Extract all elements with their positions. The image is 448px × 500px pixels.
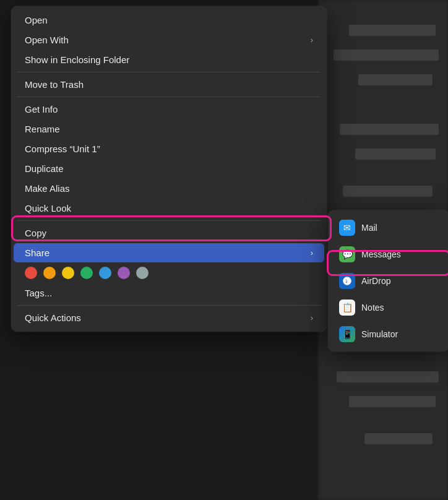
submenu-item-messages[interactable]: 💬 Messages bbox=[330, 241, 446, 267]
tag-orange[interactable] bbox=[43, 267, 56, 279]
tag-red[interactable] bbox=[25, 267, 37, 279]
context-menu: Open Open With › Show in Enclosing Folde… bbox=[11, 6, 327, 332]
simulator-icon: 📱 bbox=[339, 326, 355, 342]
mail-icon: ✉ bbox=[339, 220, 355, 236]
separator-1 bbox=[17, 72, 321, 72]
submenu-item-notes[interactable]: 📋 Notes bbox=[330, 295, 446, 321]
tag-yellow[interactable] bbox=[62, 267, 74, 279]
menu-item-quick-actions[interactable]: Quick Actions › bbox=[14, 308, 324, 327]
tag-green[interactable] bbox=[80, 267, 93, 279]
submenu-item-airdrop[interactable]: AirDrop bbox=[330, 268, 446, 294]
submenu-item-mail[interactable]: ✉ Mail bbox=[330, 215, 446, 241]
menu-item-move-trash[interactable]: Move to Trash bbox=[14, 75, 324, 94]
menu-item-copy[interactable]: Copy bbox=[14, 223, 324, 243]
submenu-item-simulator[interactable]: 📱 Simulator bbox=[330, 321, 446, 347]
share-chevron-icon: › bbox=[311, 248, 313, 257]
menu-item-open[interactable]: Open bbox=[14, 11, 324, 30]
menu-item-make-alias[interactable]: Make Alias bbox=[14, 179, 324, 198]
menu-item-compress[interactable]: Compress “Unit 1” bbox=[14, 139, 324, 158]
tag-gray[interactable] bbox=[136, 267, 149, 279]
chevron-icon: › bbox=[311, 35, 313, 45]
menu-item-open-with[interactable]: Open With › bbox=[14, 30, 324, 50]
notes-icon: 📋 bbox=[339, 300, 355, 316]
tag-blue[interactable] bbox=[99, 267, 111, 279]
share-submenu: ✉ Mail 💬 Messages AirDrop 📋 Notes 📱 S bbox=[328, 210, 448, 351]
menu-item-duplicate[interactable]: Duplicate bbox=[14, 159, 324, 178]
menu-item-quick-look[interactable]: Quick Look bbox=[14, 199, 324, 218]
messages-icon: 💬 bbox=[339, 246, 355, 262]
menu-item-get-info[interactable]: Get Info bbox=[14, 100, 324, 119]
quick-actions-chevron-icon: › bbox=[311, 313, 313, 322]
separator-3 bbox=[17, 220, 321, 221]
separator-2 bbox=[17, 97, 321, 97]
separator-4 bbox=[17, 305, 321, 306]
airdrop-icon bbox=[339, 273, 355, 289]
menu-item-rename[interactable]: Rename bbox=[14, 119, 324, 139]
tags-row bbox=[14, 263, 324, 283]
menu-item-tags[interactable]: Tags... bbox=[14, 283, 324, 303]
tag-purple[interactable] bbox=[118, 267, 130, 279]
menu-item-share[interactable]: Share › bbox=[14, 243, 324, 262]
menu-item-show-enclosing[interactable]: Show in Enclosing Folder bbox=[14, 50, 324, 69]
